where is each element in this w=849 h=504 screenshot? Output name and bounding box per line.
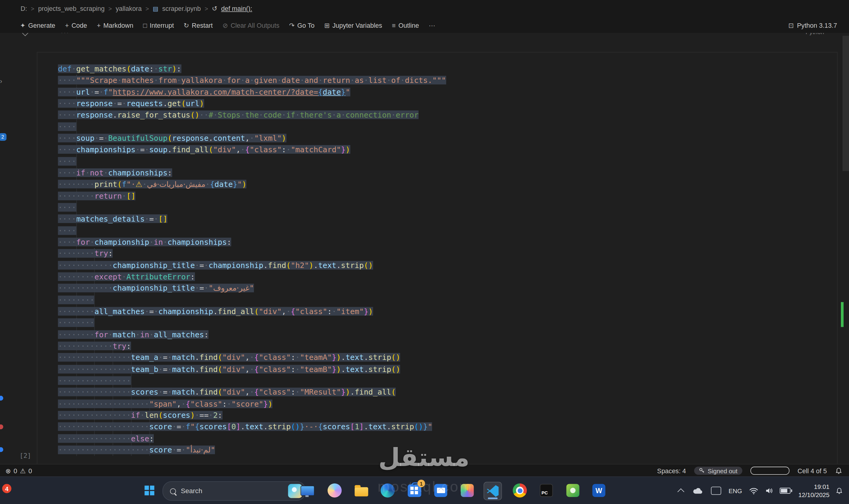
tray-volume[interactable] <box>761 487 776 494</box>
toolbar-jupyter-variables-button[interactable]: ⊞Jupyter Variables <box>319 17 387 33</box>
code-line[interactable]: ········return·[] <box>58 190 446 202</box>
code-line[interactable]: ····"""Scrape·matches·from·yallakora·for… <box>58 75 446 86</box>
taskbar-notification-badge[interactable]: 4 <box>2 484 12 493</box>
clear-all-outputs-icon: ⊘ <box>222 21 228 29</box>
code-line[interactable]: ····response·=·requests.get(url) <box>58 98 446 109</box>
code-line[interactable]: ················team_b·=·match.find("div… <box>58 363 446 375</box>
keyboard-icon <box>711 487 721 495</box>
tray-cloud[interactable] <box>689 487 707 494</box>
taskbar-search[interactable]: Search <box>163 481 306 501</box>
toolbar-generate-button[interactable]: ✦Generate <box>15 17 60 33</box>
key-icon <box>699 468 705 474</box>
activity-bar-dot-icon[interactable] <box>0 447 3 452</box>
source-control-badge[interactable]: 2 <box>0 133 7 141</box>
code-line[interactable]: ················else: <box>58 433 446 444</box>
code-line[interactable]: ········except·AttributeError: <box>58 271 446 283</box>
problems-indicator[interactable]: ⊗ 0 ⚠ 0 <box>5 467 32 474</box>
code-line[interactable]: ····if·not·championships: <box>58 167 446 179</box>
code-cell[interactable]: def·get_matches(date:·str):····"""Scrape… <box>37 52 837 464</box>
notifications-bell-icon[interactable] <box>835 467 842 474</box>
code-line[interactable]: ········ <box>58 318 446 329</box>
folder-icon <box>354 487 368 496</box>
status-bar: ⊗ 0 ⚠ 0 Spaces: 4 Signed out Cell 4 of 5 <box>0 464 849 477</box>
activity-bar-dot-icon[interactable] <box>0 396 3 401</box>
chrome-app-icon[interactable] <box>511 482 528 499</box>
chevron-down-icon[interactable] <box>22 33 29 36</box>
code-line[interactable]: ····matches_details·=·[] <box>58 213 446 225</box>
activity-bar-arrow-icon[interactable]: › <box>0 77 2 85</box>
code-line[interactable]: ············championship_title·=·champio… <box>58 259 446 271</box>
code-line[interactable]: ················if·len(scores)·==·2: <box>58 410 446 421</box>
toolbar-more-actions-button[interactable]: ··· <box>424 17 440 33</box>
copilot-app-icon[interactable] <box>326 482 343 499</box>
code-line[interactable]: ···· <box>58 202 446 213</box>
photos-app-icon[interactable] <box>458 482 476 499</box>
pycharm-app-icon[interactable]: PC <box>538 482 555 499</box>
mail-app-icon[interactable] <box>432 482 449 499</box>
breadcrumb-folder-1[interactable]: projects_web_scraping <box>38 5 104 12</box>
code-line[interactable]: ········print(f"·⚠·مفيش·مباريات·في·{date… <box>58 179 446 190</box>
tray-chevron[interactable] <box>673 487 689 494</box>
code-line[interactable]: ····soup·=·BeautifulSoup(response.conten… <box>58 133 446 144</box>
kernel-label: Python 3.13.7 <box>797 21 837 29</box>
tray-touch-keyboard[interactable] <box>707 487 724 495</box>
toolbar-restart-button[interactable]: ↻Restart <box>179 17 218 33</box>
breadcrumb-folder-2[interactable]: yallakora <box>116 5 142 12</box>
errors-count: 0 <box>14 467 17 474</box>
breadcrumb-symbol[interactable]: def main(): <box>221 5 252 12</box>
code-line[interactable]: ····················score·=·f"{scores[0]… <box>58 421 446 433</box>
code-line[interactable]: ····championships·=·soup.find_all("div",… <box>58 144 446 156</box>
code-line[interactable]: ················team_a·=·match.find("div… <box>58 352 446 363</box>
kernel-picker[interactable]: ⊡ Python 3.13.7 <box>789 21 837 29</box>
vscode-app-icon[interactable] <box>484 482 502 500</box>
tray-clock[interactable]: 19:01 12/10/2025 <box>794 483 830 499</box>
toolbar-add-code-button[interactable]: +Code <box>60 17 92 33</box>
code-line[interactable]: ········for·match·in·all_matches: <box>58 329 446 340</box>
code-line[interactable]: ···· <box>58 156 446 167</box>
code-line[interactable]: ····for·championship·in·championships: <box>58 237 446 248</box>
activity-bar-dot-icon[interactable] <box>0 425 3 429</box>
edge-app-icon[interactable] <box>379 482 396 499</box>
system-tray: ENG 19:01 12/10/2025 <box>673 477 849 504</box>
code-line[interactable]: ···· <box>58 121 446 133</box>
breadcrumb-drive[interactable]: D: <box>20 5 27 12</box>
editor-scrollbar[interactable] <box>842 36 849 171</box>
go-to-icon: ↷ <box>289 21 294 29</box>
tray-notifications[interactable] <box>829 487 849 494</box>
toolbar-outline-button[interactable]: ≡Outline <box>387 17 424 33</box>
code-line[interactable]: ····················"span",·{"class":·"s… <box>58 398 446 410</box>
code-line[interactable]: ················scores·=·match.find("div… <box>58 387 446 398</box>
code-line[interactable]: ········ <box>58 294 446 306</box>
taskview-app-icon[interactable] <box>299 482 316 499</box>
tray-language[interactable]: ENG <box>724 487 746 494</box>
toolbar-add-markdown-button[interactable]: +Markdown <box>92 17 138 33</box>
word-app-icon[interactable]: W <box>590 482 608 499</box>
toolbar-interrupt-button[interactable]: □Interrupt <box>138 17 179 33</box>
code-line[interactable]: ····url·=·f"https://www.yallakora.com/ma… <box>58 87 446 98</box>
toolbar-go-to-button[interactable]: ↷Go To <box>284 17 320 33</box>
code-line[interactable]: ···· <box>58 225 446 236</box>
code-line[interactable]: ····response.raise_for_status()··#·Stops… <box>58 109 446 121</box>
cell-language-label[interactable]: Python <box>806 33 824 35</box>
code-line[interactable]: ················ <box>58 375 446 386</box>
green-app-icon[interactable] <box>564 482 581 499</box>
code-line[interactable]: def·get_matches(date:·str): <box>58 63 446 75</box>
code-line[interactable]: ····················score·=·"لم·تبدأ" <box>58 444 446 456</box>
cell-indicator[interactable]: Cell 4 of 5 <box>797 467 827 474</box>
add-markdown-icon: + <box>97 21 101 29</box>
code-line[interactable]: ············championship_title·=·"غير·مع… <box>58 283 446 294</box>
code-line[interactable]: ············try: <box>58 340 446 352</box>
file-explorer-app-icon[interactable] <box>353 482 369 499</box>
cell-more-actions-icon[interactable]: ··· <box>60 33 69 36</box>
code-line[interactable]: ········all_matches·=·championship.find_… <box>58 306 446 317</box>
tray-battery[interactable] <box>776 488 794 494</box>
signed-out-pill[interactable]: Signed out <box>694 467 742 475</box>
interrupt-icon: □ <box>143 21 147 29</box>
code-line[interactable]: ········try: <box>58 248 446 259</box>
breadcrumb-file[interactable]: scraper.ipynb <box>162 5 201 12</box>
tray-wifi[interactable] <box>746 487 761 494</box>
indentation-indicator[interactable]: Spaces: 4 <box>657 467 686 474</box>
start-button[interactable] <box>141 482 158 499</box>
microsoft-store-app-icon[interactable]: 1 <box>405 482 423 499</box>
date: 12/10/2025 <box>794 491 830 499</box>
